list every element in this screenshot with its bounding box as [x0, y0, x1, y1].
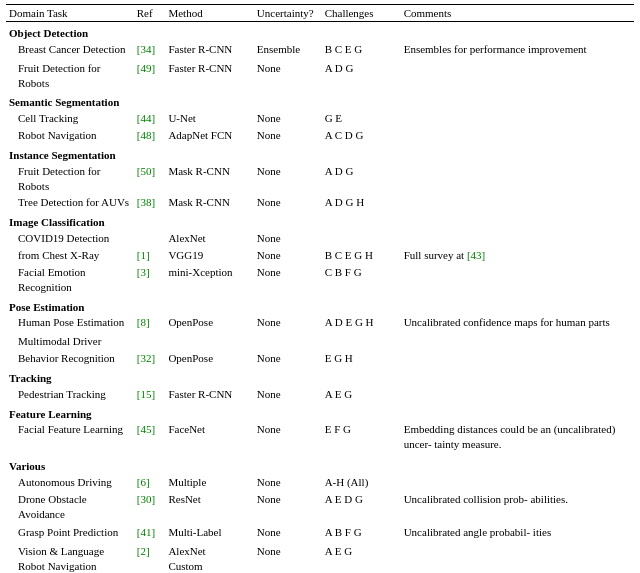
- ref-link[interactable]: [50]: [137, 165, 155, 177]
- ref-link[interactable]: [30]: [137, 493, 155, 505]
- table-row: Grasp Point Prediction[41]Multi-LabelNon…: [6, 524, 634, 541]
- cell-method: U-Net: [165, 110, 253, 127]
- ref-link[interactable]: [2]: [137, 545, 150, 557]
- cell-method: Faster R-CNN: [165, 60, 253, 92]
- ref-link[interactable]: [45]: [137, 423, 155, 435]
- ref-link[interactable]: [44]: [137, 112, 155, 124]
- cell-comments: Embedding distances could be an (uncalib…: [401, 421, 634, 453]
- section-header-row: Instance Segmentation: [6, 144, 634, 163]
- cell-challenges: A E G: [322, 543, 401, 573]
- section-header-row: Feature Learning: [6, 403, 634, 422]
- table-row: Breast Cancer Detection[34]Faster R-CNNE…: [6, 41, 634, 58]
- table-row: Human Pose Estimation[8]OpenPoseNoneA D …: [6, 314, 634, 331]
- cell-uncertainty: None: [254, 314, 322, 331]
- cell-ref: [38]: [134, 194, 166, 211]
- table-header-row: Domain Task Ref Method Uncertainty? Chal…: [6, 5, 634, 22]
- cell-uncertainty: None: [254, 474, 322, 491]
- cell-method: Mask R-CNN: [165, 163, 253, 195]
- cell-method: OpenPose: [165, 350, 253, 367]
- cell-method: Multiple: [165, 474, 253, 491]
- ref-link[interactable]: [8]: [137, 316, 150, 328]
- cell-method: mini-Xception: [165, 264, 253, 296]
- cell-comments: Ensembles for performance improvement: [401, 41, 634, 58]
- table-row: Facial Feature Learning[45]FaceNetNoneE …: [6, 421, 634, 453]
- ref-link[interactable]: [15]: [137, 388, 155, 400]
- cell-uncertainty: None: [254, 194, 322, 211]
- cell-method: AlexNet: [165, 230, 253, 247]
- cell-uncertainty: None: [254, 163, 322, 195]
- table-row: COVID19 DetectionAlexNetNone: [6, 230, 634, 247]
- cell-ref: [30]: [134, 491, 166, 523]
- section-header-row: Various: [6, 455, 634, 474]
- cell-task: COVID19 Detection: [6, 230, 134, 247]
- cell-task: Facial Feature Learning: [6, 421, 134, 453]
- cell-method: [165, 333, 253, 350]
- cell-uncertainty: None: [254, 386, 322, 403]
- cell-challenges: E F G: [322, 421, 401, 453]
- cell-ref: [8]: [134, 314, 166, 331]
- cell-challenges: B C E G: [322, 41, 401, 58]
- cell-task: Fruit Detection for Robots: [6, 163, 134, 195]
- cell-challenges: A D G: [322, 163, 401, 195]
- section-title: Semantic Segmentation: [6, 91, 634, 110]
- header-challenges: Challenges: [322, 5, 401, 22]
- ref-link[interactable]: [41]: [137, 526, 155, 538]
- cell-uncertainty: Ensemble: [254, 41, 322, 58]
- cell-ref: [41]: [134, 524, 166, 541]
- cell-comments: Uncalibrated confidence maps for human p…: [401, 314, 634, 331]
- ref-link[interactable]: [48]: [137, 129, 155, 141]
- cell-challenges: A D G: [322, 60, 401, 92]
- cell-uncertainty: None: [254, 127, 322, 144]
- cell-task: Human Pose Estimation: [6, 314, 134, 331]
- cell-task: Multimodal Driver: [6, 333, 134, 350]
- cell-uncertainty: None: [254, 230, 322, 247]
- ref-link[interactable]: [34]: [137, 43, 155, 55]
- cell-challenges: A B F G: [322, 524, 401, 541]
- cell-ref: [1]: [134, 247, 166, 264]
- ref-link[interactable]: [6]: [137, 476, 150, 488]
- section-title: Instance Segmentation: [6, 144, 634, 163]
- header-comments: Comments: [401, 5, 634, 22]
- ref-link[interactable]: [32]: [137, 352, 155, 364]
- cell-ref: [49]: [134, 60, 166, 92]
- cell-ref: [32]: [134, 350, 166, 367]
- cell-comments: [401, 386, 634, 403]
- cell-task: Grasp Point Prediction: [6, 524, 134, 541]
- table-row: from Chest X-Ray[1]VGG19NoneB C E G HFul…: [6, 247, 634, 264]
- cell-challenges: A D G H: [322, 194, 401, 211]
- section-title: Feature Learning: [6, 403, 634, 422]
- section-header-row: Semantic Segmentation: [6, 91, 634, 110]
- ref-link[interactable]: [49]: [137, 62, 155, 74]
- cell-comments: [401, 194, 634, 211]
- cell-task: Autonomous Driving: [6, 474, 134, 491]
- cell-comments: Uncalibrated collision prob- abilities.: [401, 491, 634, 523]
- ref-link[interactable]: [38]: [137, 196, 155, 208]
- cell-uncertainty: None: [254, 350, 322, 367]
- section-title: Image Classification: [6, 211, 634, 230]
- cell-ref: [44]: [134, 110, 166, 127]
- ref-link[interactable]: [1]: [137, 249, 150, 261]
- cell-ref: [6]: [134, 474, 166, 491]
- cell-challenges: [322, 333, 401, 350]
- cell-ref: [3]: [134, 264, 166, 296]
- table-row: Tree Detection for AUVs[38]Mask R-CNNNon…: [6, 194, 634, 211]
- cell-uncertainty: None: [254, 491, 322, 523]
- table-row: Fruit Detection for Robots[50]Mask R-CNN…: [6, 163, 634, 195]
- section-header-row: Object Detection: [6, 22, 634, 41]
- table-row: Pedestrian Tracking[15]Faster R-CNNNoneA…: [6, 386, 634, 403]
- ref-link[interactable]: [3]: [137, 266, 150, 278]
- cell-comments: [401, 474, 634, 491]
- section-title: Tracking: [6, 367, 634, 386]
- section-title: Various: [6, 455, 634, 474]
- cell-uncertainty: None: [254, 543, 322, 573]
- table-row: Vision & Language Robot Navigation[2]Ale…: [6, 543, 634, 573]
- cell-method: AdapNet FCN: [165, 127, 253, 144]
- cell-comments: Full survey at [43]: [401, 247, 634, 264]
- cell-challenges: E G H: [322, 350, 401, 367]
- cell-comments: [401, 127, 634, 144]
- ref-link-inline[interactable]: [43]: [467, 249, 485, 261]
- section-header-row: Tracking: [6, 367, 634, 386]
- cell-challenges: [322, 230, 401, 247]
- cell-challenges: A D E G H: [322, 314, 401, 331]
- header-uncertainty: Uncertainty?: [254, 5, 322, 22]
